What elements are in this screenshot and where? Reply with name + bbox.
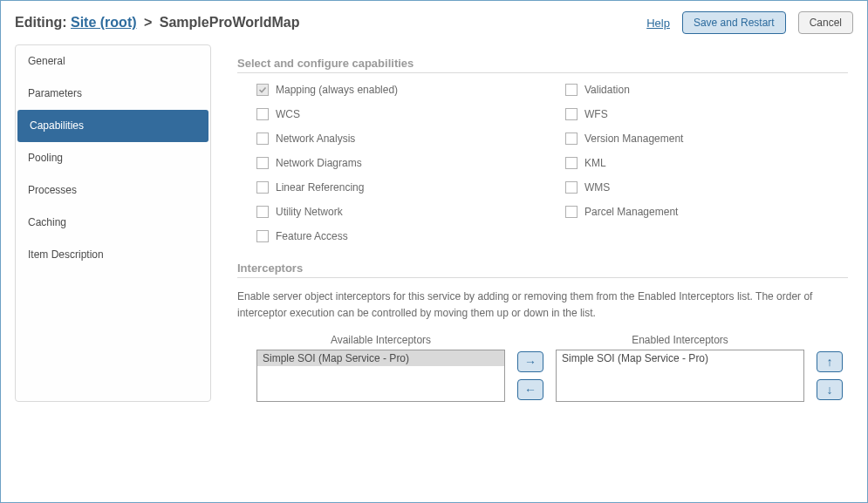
capability-item: Validation [565,84,848,96]
sidebar-item-parameters[interactable]: Parameters [16,78,210,110]
capability-label: WFS [584,108,608,120]
enabled-interceptors-label: Enabled Interceptors [632,334,728,346]
breadcrumb-current: SampleProWorldMap [160,15,300,30]
capability-label: Feature Access [276,230,348,242]
cancel-button[interactable]: Cancel [798,11,853,34]
breadcrumb-separator: > [144,15,152,30]
capability-label: WMS [584,181,610,194]
breadcrumb-root-link[interactable]: Site (root) [71,15,137,30]
capability-label: Version Management [584,133,683,145]
sidebar-item-label: Pooling [28,152,63,164]
list-item[interactable]: Simple SOI (Map Service - Pro) [557,350,803,366]
help-link[interactable]: Help [646,17,670,30]
capability-item: Mapping (always enabled) [256,84,539,96]
checkbox[interactable] [565,206,578,218]
capability-item: Version Management [565,133,848,145]
sidebar-item-label: Processes [28,184,77,196]
arrow-down-icon: ↓ [827,383,833,397]
save-and-restart-button[interactable]: Save and Restart [682,11,786,34]
capability-item: WFS [565,108,848,120]
checkbox[interactable] [256,133,269,145]
capability-item: Feature Access [256,230,539,242]
sidebar-item-pooling[interactable]: Pooling [16,142,210,174]
sidebar: General Parameters Capabilities Pooling … [15,44,211,402]
interceptors-section-title: Interceptors [237,262,848,278]
capability-item: Parcel Management [565,206,848,218]
checkbox[interactable] [256,181,269,194]
capability-item: Network Analysis [256,133,539,145]
move-up-button[interactable]: ↑ [817,351,843,372]
sidebar-item-label: Parameters [28,87,82,99]
sidebar-item-label: Capabilities [30,119,84,132]
sidebar-item-label: Item Description [28,248,104,261]
move-left-button[interactable]: ← [517,379,543,400]
move-down-button[interactable]: ↓ [817,379,843,400]
capability-item: KML [565,157,848,169]
capability-label: Network Analysis [276,133,355,145]
arrow-up-icon: ↑ [827,355,833,369]
checkbox[interactable] [256,108,269,120]
checkbox[interactable] [256,157,269,169]
arrow-left-icon: ← [524,383,537,397]
checkbox[interactable] [565,181,578,194]
breadcrumb-prefix: Editing: [15,15,67,30]
available-interceptors-list[interactable]: Simple SOI (Map Service - Pro) [256,350,505,402]
capability-label: WCS [276,108,300,120]
sidebar-item-label: General [28,55,65,67]
checkbox [256,84,269,96]
sidebar-item-label: Caching [28,216,66,228]
checkbox[interactable] [565,84,578,96]
available-interceptors-label: Available Interceptors [331,334,431,346]
capability-label: Utility Network [276,206,343,218]
capability-item: WCS [256,108,539,120]
capability-label: Mapping (always enabled) [276,84,398,96]
sidebar-item-item-description[interactable]: Item Description [16,239,210,271]
checkbox[interactable] [256,206,269,218]
checkbox[interactable] [565,133,578,145]
checkbox[interactable] [565,108,578,120]
capability-item: Network Diagrams [256,157,539,169]
capability-label: Linear Referencing [276,181,364,194]
list-item[interactable]: Simple SOI (Map Service - Pro) [257,350,504,366]
enabled-interceptors-list[interactable]: Simple SOI (Map Service - Pro) [556,350,804,402]
arrow-right-icon: → [524,355,537,369]
capability-item: WMS [565,181,848,194]
capability-label: Validation [584,84,630,96]
capability-label: KML [584,157,606,169]
breadcrumb: Editing: Site (root) > SampleProWorldMap [15,15,299,31]
interceptors-description: Enable server object interceptors for th… [237,289,848,322]
sidebar-item-caching[interactable]: Caching [16,207,210,239]
capability-label: Parcel Management [584,206,678,218]
checkbox[interactable] [565,157,578,169]
capability-label: Network Diagrams [276,157,362,169]
sidebar-item-capabilities[interactable]: Capabilities [17,110,208,142]
capability-item: Utility Network [256,206,539,218]
move-right-button[interactable]: → [517,351,543,372]
sidebar-item-general[interactable]: General [16,45,210,78]
capability-item: Linear Referencing [256,181,539,194]
capabilities-section-title: Select and configure capabilities [237,57,848,73]
sidebar-item-processes[interactable]: Processes [16,174,210,207]
checkbox[interactable] [256,230,269,242]
